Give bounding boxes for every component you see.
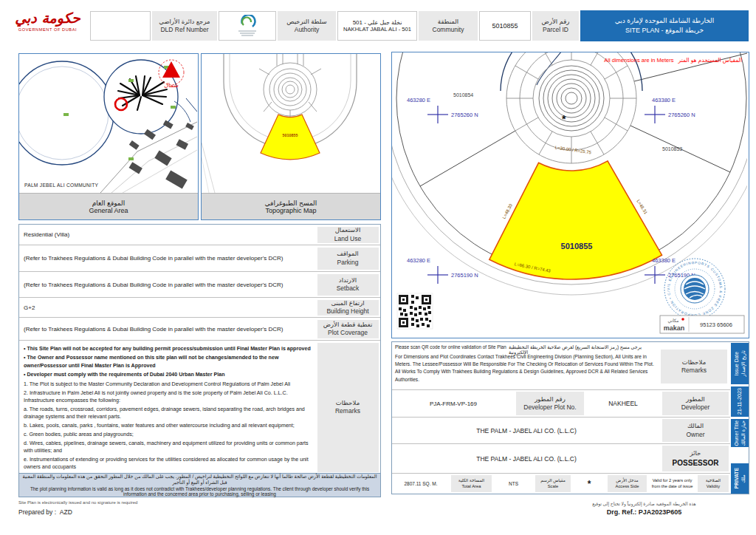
plot-coverage-value: (Refer to Trakhees Regulations & Dubai B… [19,318,315,340]
remarks-label-en: Remarks [335,407,360,415]
authority-logo-cell [219,11,276,41]
community-label-ar: المنطقة [438,18,458,26]
community-label-cell: المنطقة Community [419,11,478,41]
access-side-label: مدخل الأرض Access Side [608,475,647,492]
possessor-value: THE PALM - JABEL ALI CO. (L.L.C) [392,444,661,473]
land-use-label-en: Land Use [334,235,361,243]
coord-tl-n: 2765260 N [451,112,478,118]
electronic-issue-note: Site Plan is electronically issued and n… [18,500,137,505]
ownership-info-table: Please scan QR code for online validatio… [391,341,749,494]
topographic-map-box: 5010855 المسح الطبوغرافي Topographic Map [201,53,381,220]
qr-code [397,293,433,329]
topographic-caption: المسح الطبوغرافي Topographic Map [202,193,380,219]
totals-row: 2807.11 SQ. M. المساحة الكلية Total Area… [392,474,730,494]
info-remarks-label-ar: ملاحظات [682,358,706,367]
building-height-value: G+2 [19,298,315,317]
authority-label-en: Authority [295,26,320,34]
total-area-value: 2807.11 SQ. M. [392,474,450,494]
authority-label-cell: سلطة الترخيص Authority [278,11,336,41]
developer-row: PJA-FRM-VP-169 رقم المطور Developer Plot… [392,390,730,418]
scale-value: NTS [493,474,534,494]
makan-plate: مكاني makan 95123 65606 [660,316,744,333]
community-label-en: Community [433,26,464,34]
site-plan-drawing: 5010855 L=30.00 / R=25.75 L=48.30 L=48.3… [392,52,747,336]
developer-label: المطور Developer [662,392,729,415]
total-area-label-en: Total Area [462,484,481,490]
coord-br-e: 463380 E [652,257,676,264]
validity-value: Valid for 2 years only from the date of … [648,474,696,494]
parking-value: (Refer to Trakhees Regulations & Dubai B… [19,245,315,271]
setback-label-ar: الارتداد [339,276,357,284]
prepared-by-value: AZD [60,508,72,516]
dld-ref-label-en: DLD Ref Number [160,26,208,34]
developer-plot-no-label-en: Developer Plot No. [523,403,576,412]
developer-value: NAKHEEL [585,390,661,417]
general-area-caption-ar: الموقع العام [92,200,126,207]
electronic-issue-note-ar: هذه الخريطة الموقعية صادرة إلكترونياً ول… [539,501,749,506]
possessor-label-en: POSSESSOR [673,458,719,468]
owner-label-en: Owner [686,431,704,439]
setback-label-en: Setback [337,284,360,293]
coord-bl-e: 463280 E [407,257,430,264]
land-use-label-ar: الاستعمال [335,226,361,234]
issue-date-value-sidebar: 21-11-2023 [731,386,749,417]
dld-ref-value-cell [90,11,151,41]
possessor-label: حائز POSSESSOR [662,446,729,471]
community-value-ar: نخلة جبل علي - 501 [353,19,402,26]
parcel-id-label-en: Parcel ID [543,26,568,34]
site-plan-drawing-box: 5010855 L=30.00 / R=25.75 L=48.30 L=48.3… [391,52,749,338]
remark-line-2: 2. Infrastructure in Palm Jebel Ali is n… [24,389,311,405]
coord-bl-n: 2765190 N [451,272,478,279]
neighbor-parcel-top-label: 5010854 [453,92,473,98]
validity-label: الصلاحية Validity [698,475,729,492]
makan-red-dot [681,318,684,321]
issue-date-label-en: Issue Date [734,352,740,376]
trakhees-logo-icon [235,15,260,37]
remark-line-a: a. The roads, turns, crossroad, corridor… [24,406,311,421]
info-remarks-label: ملاحظات Remarks [661,350,727,384]
dimensions-note-ar: المقياس المستخدم هو المتر [678,57,742,64]
info-remarks-row: Please scan QR code for online validatio… [392,342,730,390]
prepared-by-label: Prepared by : [18,508,56,516]
site-plan-title-ar: الخارطة الشاملة الموحدة لإمارة دبي [615,16,715,27]
setback-row: (Refer to Trakhees Regulations & Dubai B… [19,272,380,298]
plot-coverage-label-ar: تغطية قطعة الأرض [323,321,373,329]
government-of-dubai-logo: حكومة دبي GOVERNMENT OF DUBAI [9,11,86,42]
issue-date-value: 21-11-2023 [737,388,743,415]
plot-coverage-row: (Refer to Trakhees Regulations & Dubai B… [19,318,380,341]
topo-parcel-label: 5010855 [283,133,298,137]
drawing-reference-block: هذه الخريطة الموقعية صادرة إلكترونياً ول… [539,501,749,516]
tenure-label-ar: ملك [740,474,746,483]
north-label: شمال [164,82,179,89]
coord-tr-e: 463380 E [652,97,676,103]
developer-label-en: Developer [681,403,710,412]
parking-row: (Refer to Trakhees Regulations & Dubai B… [19,245,380,272]
gov-logo-english: GOVERNMENT OF DUBAI [9,27,86,32]
makan-arabic: مكاني [667,318,678,324]
validity-note-en: The plot planning information is valid a… [19,486,380,497]
owner-title-label-en: Owner Title [734,420,740,446]
coord-tr-n: 2765260 N [668,112,695,118]
owner-title-label-ar: حيازة المالك [740,420,746,446]
developer-plot-no-label-ar: رقم المطور [535,395,566,403]
validity-label-en: Validity [707,484,720,490]
developer-plot-no-value: PJA-FRM-VP-169 [392,390,515,417]
parking-label-ar: المواقف [337,250,358,258]
remark-bullet-3: • Developer must comply with the require… [24,371,311,378]
access-side-value: * [572,474,606,494]
info-remarks-label-en: Remarks [681,367,707,375]
owner-value: THE PALM - JABEL ALI CO. (L.L.C) [392,418,661,443]
owner-label-ar: المالك [687,422,704,430]
neighbor-parcel-right-label: 5010853 [662,146,682,151]
land-use-row: Residential (Villa) الاستعمالLand Use [19,225,380,245]
land-use-value: Residential (Villa) [19,225,315,245]
site-plan-title-cell: الخارطة الشاملة الموحدة لإمارة دبي خريطة… [580,10,749,41]
developer-label-ar: المطور [686,395,704,403]
topographic-map: 5010855 [202,54,379,193]
authority-label-ar: سلطة الترخيص [286,18,326,26]
parking-label-en: Parking [337,259,359,267]
makan-number: 95123 65606 [700,321,732,328]
tenure-label-en: PRIVATE [734,468,740,488]
dld-ref-label-cell: مرجع دائرة الأراضي DLD Ref Number [152,11,217,41]
drg-ref: Drg. Ref.: PJA2023P605 [539,508,749,516]
